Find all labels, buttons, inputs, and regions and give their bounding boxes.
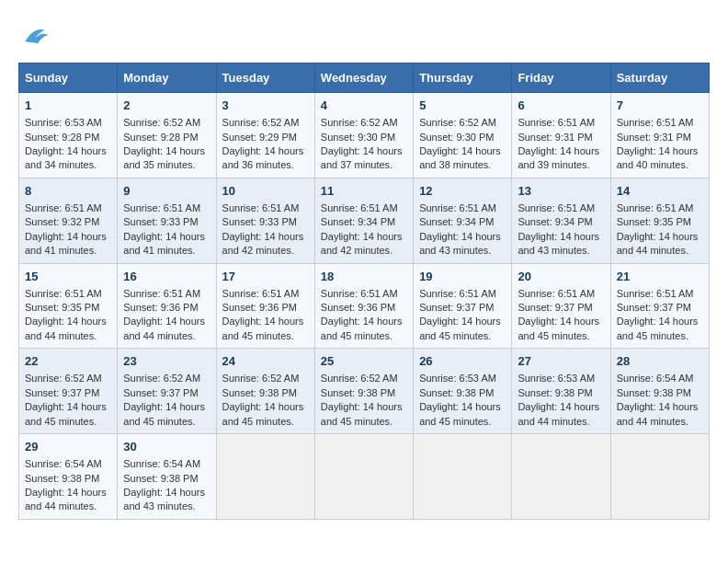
sunrise-text: Sunrise: 6:54 AM (123, 458, 200, 469)
calendar-week-row: 15Sunrise: 6:51 AMSunset: 9:35 PMDayligh… (19, 263, 710, 349)
daylight-text: Daylight: 14 hours and 45 minutes. (222, 401, 304, 426)
sunset-text: Sunset: 9:31 PM (617, 132, 691, 143)
sunset-text: Sunset: 9:35 PM (25, 302, 99, 313)
sunset-text: Sunset: 9:38 PM (123, 473, 198, 484)
calendar-cell: 28Sunrise: 6:54 AMSunset: 9:38 PMDayligh… (610, 349, 709, 434)
sunrise-text: Sunrise: 6:52 AM (321, 117, 398, 128)
day-number: 5 (419, 98, 506, 114)
calendar-body: 1Sunrise: 6:53 AMSunset: 9:28 PMDaylight… (19, 93, 710, 520)
sunset-text: Sunset: 9:29 PM (222, 132, 297, 143)
sunset-text: Sunset: 9:28 PM (25, 132, 99, 143)
calendar-day-header: Thursday (414, 63, 512, 93)
sunset-text: Sunset: 9:38 PM (25, 473, 99, 484)
daylight-text: Daylight: 14 hours and 34 minutes. (25, 145, 107, 170)
sunset-text: Sunset: 9:28 PM (123, 132, 198, 143)
sunrise-text: Sunrise: 6:51 AM (419, 288, 496, 299)
sunset-text: Sunset: 9:31 PM (518, 132, 592, 143)
calendar-cell: 21Sunrise: 6:51 AMSunset: 9:37 PMDayligh… (610, 263, 709, 349)
day-number: 21 (617, 269, 703, 285)
sunrise-text: Sunrise: 6:52 AM (123, 373, 200, 384)
day-number: 16 (123, 269, 210, 285)
calendar-cell: 4Sunrise: 6:52 AMSunset: 9:30 PMDaylight… (314, 93, 413, 178)
day-number: 15 (25, 269, 111, 285)
sunrise-text: Sunrise: 6:51 AM (321, 288, 398, 299)
day-number: 18 (321, 269, 407, 285)
daylight-text: Daylight: 14 hours and 44 minutes. (123, 316, 205, 340)
sunrise-text: Sunrise: 6:51 AM (222, 288, 300, 299)
sunrise-text: Sunrise: 6:52 AM (25, 373, 102, 384)
day-number: 11 (321, 183, 407, 200)
day-number: 23 (123, 353, 210, 370)
sunrise-text: Sunrise: 6:51 AM (419, 202, 496, 213)
sunrise-text: Sunrise: 6:51 AM (617, 117, 694, 128)
day-number: 2 (123, 98, 210, 114)
sunrise-text: Sunrise: 6:51 AM (222, 202, 300, 213)
daylight-text: Daylight: 14 hours and 45 minutes. (222, 316, 304, 340)
sunrise-text: Sunrise: 6:51 AM (518, 117, 595, 128)
calendar-cell: 5Sunrise: 6:52 AMSunset: 9:30 PMDaylight… (414, 93, 512, 178)
calendar-cell: 17Sunrise: 6:51 AMSunset: 9:36 PMDayligh… (216, 263, 314, 349)
calendar-cell: 8Sunrise: 6:51 AMSunset: 9:32 PMDaylight… (19, 178, 118, 263)
sunset-text: Sunset: 9:30 PM (321, 132, 395, 143)
sunrise-text: Sunrise: 6:51 AM (518, 202, 595, 213)
sunset-text: Sunset: 9:34 PM (419, 216, 494, 227)
daylight-text: Daylight: 14 hours and 43 minutes. (518, 231, 599, 256)
calendar-cell: 12Sunrise: 6:51 AMSunset: 9:34 PMDayligh… (414, 178, 512, 263)
daylight-text: Daylight: 14 hours and 45 minutes. (617, 316, 699, 340)
daylight-text: Daylight: 14 hours and 42 minutes. (321, 231, 403, 256)
sunrise-text: Sunrise: 6:54 AM (25, 458, 102, 469)
calendar-cell: 29Sunrise: 6:54 AMSunset: 9:38 PMDayligh… (19, 434, 118, 520)
calendar-cell: 20Sunrise: 6:51 AMSunset: 9:37 PMDayligh… (512, 263, 610, 349)
sunrise-text: Sunrise: 6:51 AM (617, 288, 694, 299)
daylight-text: Daylight: 14 hours and 37 minutes. (321, 145, 403, 170)
calendar-cell: 22Sunrise: 6:52 AMSunset: 9:37 PMDayligh… (19, 349, 118, 434)
day-number: 22 (25, 353, 111, 370)
sunset-text: Sunset: 9:34 PM (518, 216, 592, 227)
sunset-text: Sunset: 9:37 PM (25, 387, 99, 398)
day-number: 28 (617, 353, 703, 370)
sunset-text: Sunset: 9:38 PM (617, 387, 691, 398)
sunset-text: Sunset: 9:36 PM (123, 302, 198, 313)
calendar-cell: 2Sunrise: 6:52 AMSunset: 9:28 PMDaylight… (118, 93, 216, 178)
sunrise-text: Sunrise: 6:51 AM (25, 288, 102, 299)
sunset-text: Sunset: 9:38 PM (321, 387, 395, 398)
sunrise-text: Sunrise: 6:51 AM (617, 202, 694, 213)
sunset-text: Sunset: 9:38 PM (518, 387, 592, 398)
daylight-text: Daylight: 14 hours and 41 minutes. (25, 231, 107, 256)
sunset-text: Sunset: 9:35 PM (617, 216, 691, 227)
calendar-cell: 26Sunrise: 6:53 AMSunset: 9:38 PMDayligh… (414, 349, 512, 434)
header (18, 18, 710, 52)
calendar-cell: 18Sunrise: 6:51 AMSunset: 9:36 PMDayligh… (314, 263, 413, 349)
day-number: 10 (222, 183, 309, 200)
daylight-text: Daylight: 14 hours and 45 minutes. (419, 316, 501, 340)
daylight-text: Daylight: 14 hours and 44 minutes. (617, 401, 699, 426)
calendar-cell: 24Sunrise: 6:52 AMSunset: 9:38 PMDayligh… (216, 349, 314, 434)
sunrise-text: Sunrise: 6:51 AM (321, 202, 398, 213)
day-number: 7 (617, 98, 703, 114)
calendar-cell: 23Sunrise: 6:52 AMSunset: 9:37 PMDayligh… (118, 349, 216, 434)
calendar-header: SundayMondayTuesdayWednesdayThursdayFrid… (19, 63, 710, 93)
calendar-week-row: 22Sunrise: 6:52 AMSunset: 9:37 PMDayligh… (19, 349, 710, 434)
calendar-cell: 7Sunrise: 6:51 AMSunset: 9:31 PMDaylight… (610, 93, 709, 178)
day-number: 30 (123, 439, 210, 455)
calendar-table: SundayMondayTuesdayWednesdayThursdayFrid… (18, 63, 710, 520)
sunrise-text: Sunrise: 6:53 AM (518, 373, 595, 384)
sunrise-text: Sunrise: 6:52 AM (419, 117, 496, 128)
daylight-text: Daylight: 14 hours and 45 minutes. (518, 316, 599, 340)
calendar-day-header: Friday (512, 63, 610, 93)
day-number: 26 (419, 353, 506, 370)
calendar-week-row: 1Sunrise: 6:53 AMSunset: 9:28 PMDaylight… (19, 93, 710, 178)
calendar-week-row: 29Sunrise: 6:54 AMSunset: 9:38 PMDayligh… (19, 434, 710, 520)
day-number: 3 (222, 98, 309, 114)
calendar-cell: 19Sunrise: 6:51 AMSunset: 9:37 PMDayligh… (414, 263, 512, 349)
calendar-day-header: Monday (118, 63, 216, 93)
logo-bird-icon (18, 18, 51, 52)
daylight-text: Daylight: 14 hours and 36 minutes. (222, 145, 304, 170)
daylight-text: Daylight: 14 hours and 45 minutes. (419, 401, 501, 426)
calendar-cell: 16Sunrise: 6:51 AMSunset: 9:36 PMDayligh… (118, 263, 216, 349)
logo (18, 18, 55, 52)
sunrise-text: Sunrise: 6:51 AM (123, 202, 200, 213)
calendar-cell (314, 434, 413, 520)
daylight-text: Daylight: 14 hours and 41 minutes. (123, 231, 205, 256)
daylight-text: Daylight: 14 hours and 44 minutes. (25, 487, 107, 511)
